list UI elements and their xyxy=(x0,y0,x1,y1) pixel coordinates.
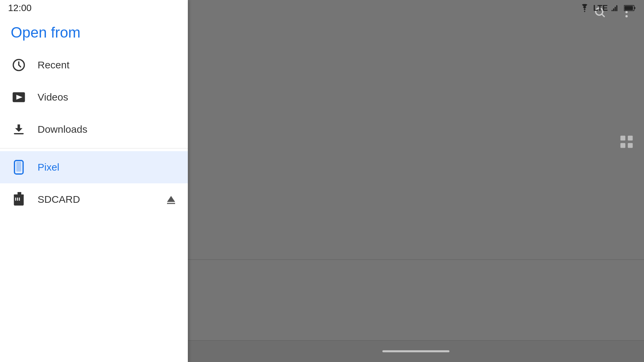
svg-marker-11 xyxy=(14,192,23,196)
content-area xyxy=(188,0,644,362)
sidebar-item-downloads-label: Downloads xyxy=(38,124,87,135)
drawer-items-list: Recent Videos xyxy=(0,49,188,362)
grid-icon xyxy=(619,134,634,149)
svg-rect-9 xyxy=(16,162,21,172)
status-time: 12:00 xyxy=(8,3,32,13)
wifi-icon xyxy=(580,4,590,12)
content-footer-area xyxy=(188,260,644,340)
svg-rect-3 xyxy=(625,6,633,10)
sidebar-item-videos[interactable]: Videos xyxy=(0,81,188,113)
svg-point-0 xyxy=(584,11,586,12)
svg-rect-24 xyxy=(621,143,626,148)
status-icons: LTE xyxy=(580,3,636,13)
grid-view-button[interactable] xyxy=(617,132,636,151)
svg-rect-25 xyxy=(628,143,633,148)
sdcard-icon xyxy=(11,191,27,207)
video-icon xyxy=(11,89,27,105)
home-indicator[interactable] xyxy=(382,350,449,352)
sidebar-item-sdcard[interactable]: SDCARD xyxy=(0,183,188,216)
battery-icon xyxy=(624,4,636,12)
lte-icon: LTE xyxy=(593,3,608,13)
main-container: Open from Recent xyxy=(0,0,644,362)
svg-rect-2 xyxy=(634,7,636,9)
phone-icon xyxy=(11,159,27,175)
drawer-title: Open from xyxy=(11,24,177,41)
content-body xyxy=(188,24,644,341)
svg-marker-15 xyxy=(167,196,175,202)
clock-icon xyxy=(11,57,27,73)
svg-rect-16 xyxy=(167,203,175,204)
sidebar-item-videos-label: Videos xyxy=(38,92,68,103)
svg-rect-22 xyxy=(621,136,626,141)
bottom-bar xyxy=(188,341,644,362)
sidebar-item-recent[interactable]: Recent xyxy=(0,49,188,81)
content-main xyxy=(188,24,644,259)
drawer: Open from Recent xyxy=(0,0,188,362)
eject-button[interactable] xyxy=(165,193,177,205)
status-bar: 12:00 LTE xyxy=(0,0,644,16)
sidebar-item-pixel[interactable]: Pixel xyxy=(0,151,188,183)
signal-icon xyxy=(611,3,621,13)
download-icon xyxy=(11,121,27,137)
drawer-divider xyxy=(0,148,188,148)
sidebar-item-recent-label: Recent xyxy=(38,59,69,71)
sidebar-item-pixel-label: Pixel xyxy=(38,162,59,173)
sidebar-item-sdcard-label: SDCARD xyxy=(38,194,80,205)
svg-rect-7 xyxy=(14,133,23,134)
svg-rect-23 xyxy=(628,136,633,141)
sidebar-item-downloads[interactable]: Downloads xyxy=(0,113,188,145)
